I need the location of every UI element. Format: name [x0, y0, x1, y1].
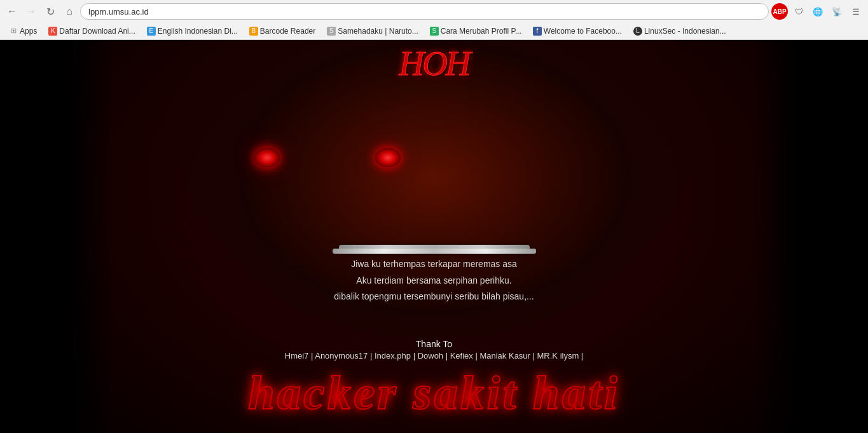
gothic-title: hacker sakit hati	[0, 363, 868, 421]
bookmark-facebook[interactable]: f Welcome to Faceboo...	[528, 25, 627, 37]
poem-line-3: dibalik topengmu tersembunyi seribu bila…	[334, 289, 534, 305]
forward-button[interactable]: →	[23, 3, 39, 20]
extension-shield-button[interactable]: 🛡	[790, 3, 807, 20]
bookmark-samehadaku[interactable]: S Samehadaku | Naruto...	[322, 25, 424, 37]
samehadaku-label: Samehadaku | Naruto...	[338, 27, 418, 36]
page-content: ✦✦✦✦✦✦✦✦✦✦✦✦✦✦✦✦✦✦✦✦✦✦*************** HO…	[0, 40, 868, 433]
bookmark-barcode[interactable]: B Barcode Reader	[244, 25, 320, 37]
extension-circle-button[interactable]: 🌐	[809, 3, 826, 20]
thank-you-block: Thank To Hmei7 | Anonymous17 | Index.php…	[285, 339, 583, 361]
english-label: English Indonesian Di...	[158, 27, 238, 36]
browser-chrome: ← → ↻ ⌂ ABP 🛡 🌐 📡 ☰ ⊞ Apps K Daftar Down…	[0, 0, 868, 40]
poem-line-1: Jiwa ku terhempas terkapar meremas asa	[334, 256, 534, 272]
barcode-label: Barcode Reader	[260, 27, 315, 36]
linuxsec-label: LinuxSec - Indonesian...	[644, 27, 726, 36]
adblock-button[interactable]: ABP	[771, 3, 788, 20]
address-bar[interactable]	[80, 3, 769, 20]
apps-grid-icon: ⊞	[9, 27, 18, 36]
logo-text: HOH	[399, 43, 469, 83]
ledge-bar	[333, 249, 536, 254]
bookmark-linuxsec[interactable]: L LinuxSec - Indonesian...	[628, 25, 730, 37]
gothic-title-text: hacker sakit hati	[248, 366, 620, 419]
left-eye-glow	[254, 148, 280, 167]
thank-you-title: Thank To	[285, 339, 583, 349]
linuxsec-icon: L	[633, 27, 642, 36]
top-logo-area: HOH	[399, 43, 469, 83]
bookmarks-bar: ⊞ Apps K Daftar Download Ani... E Englis…	[0, 23, 868, 39]
poem-line-2: Aku terdiam bersama serpihan perihku.	[334, 273, 534, 289]
english-icon: E	[147, 27, 156, 36]
back-button[interactable]: ←	[4, 3, 20, 20]
menu-button[interactable]: ☰	[848, 3, 864, 20]
apps-label: Apps	[20, 27, 37, 36]
cara-icon: S	[430, 27, 439, 36]
thank-you-names: Hmei7 | Anonymous17 | Index.php | Dowoh …	[285, 351, 583, 361]
barcode-icon: B	[249, 27, 258, 36]
bookmark-english[interactable]: E English Indonesian Di...	[142, 25, 243, 37]
samehadaku-icon: S	[327, 27, 336, 36]
daftar-label: Daftar Download Ani...	[59, 27, 135, 36]
facebook-icon: f	[533, 27, 542, 36]
browser-toolbar: ← → ↻ ⌂ ABP 🛡 🌐 📡 ☰	[0, 0, 868, 23]
daftar-icon: K	[48, 27, 57, 36]
reload-button[interactable]: ↻	[42, 3, 59, 20]
cara-label: Cara Merubah Profil P...	[441, 27, 521, 36]
bookmark-cara[interactable]: S Cara Merubah Profil P...	[425, 25, 527, 37]
extension-extra-button[interactable]: 📡	[829, 3, 845, 20]
facebook-label: Welcome to Faceboo...	[544, 27, 622, 36]
home-button[interactable]: ⌂	[61, 3, 78, 20]
bookmark-apps[interactable]: ⊞ Apps	[4, 25, 42, 37]
bookmark-daftar[interactable]: K Daftar Download Ani...	[43, 25, 140, 37]
poem-text-block: Jiwa ku terhempas terkapar meremas asa A…	[334, 256, 534, 305]
right-eye-glow	[375, 148, 401, 167]
